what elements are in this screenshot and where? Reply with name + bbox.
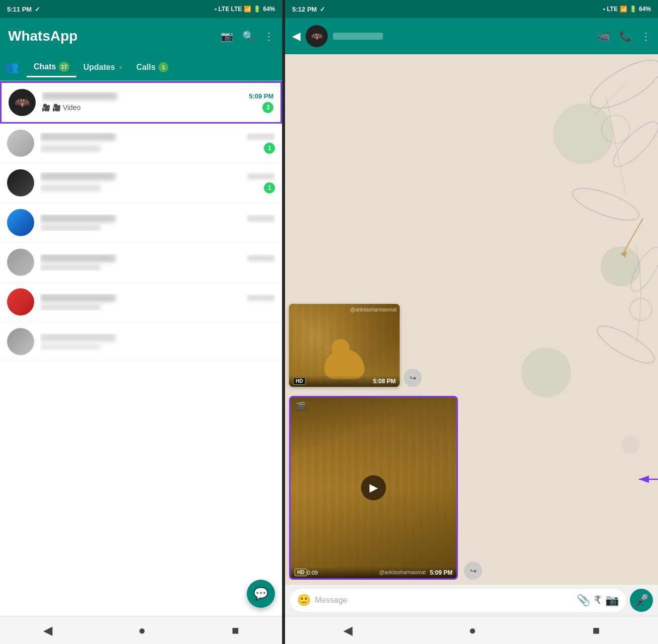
chat-preview-6 (40, 304, 101, 310)
chat-list: 🦇 5:09 PM 🎥 🎥 Video 3 (0, 81, 282, 616)
chat-preview-4 (40, 225, 101, 231)
chat-avatar-7 (7, 328, 34, 355)
msg-row-1: HD 5:08 PM @ankitasharmaomat ↪ (289, 304, 654, 387)
chat-avatar-1: 🦇 (9, 89, 36, 116)
chat-avatar-5 (7, 249, 34, 276)
forward-btn-1[interactable]: ↪ (404, 369, 422, 387)
left-wifi-icon: 📶 (244, 6, 251, 13)
chat-preview-5 (40, 264, 101, 271)
svg-marker-12 (620, 251, 627, 258)
chat-time-2 (247, 134, 275, 140)
attach-icon[interactable]: 📎 (577, 594, 590, 607)
chat-content-7 (40, 334, 275, 350)
video-timestamp-1: 5:08 PM (373, 378, 396, 385)
video-timestamp-2: 5:09 PM (430, 569, 452, 576)
tabs-bar: 👥 Chats 17 Updates • Calls 1 (0, 54, 282, 81)
chat-header-right-icons: 📹 📞 ⋮ (598, 30, 651, 42)
left-time: 5:11 PM (7, 6, 32, 13)
video-call-icon[interactable]: 📹 (598, 30, 610, 42)
chat-unread-2: 1 (264, 143, 275, 154)
wa-header: WhatsApp 📷 🔍 ⋮ (0, 18, 282, 54)
play-button[interactable]: ▶ (361, 475, 386, 500)
svg-line-1 (596, 84, 626, 114)
chat-item-3[interactable]: 1 (0, 163, 282, 203)
emoji-icon[interactable]: 🙂 (297, 594, 311, 607)
hd-badge-1: HD (293, 377, 305, 385)
chat-name-6 (40, 294, 116, 302)
chat-header-right: ◀ 🦇 📹 📞 ⋮ (285, 18, 658, 54)
community-tab-icon[interactable]: 👥 (5, 61, 19, 74)
more-options-right-icon[interactable]: ⋮ (641, 30, 651, 42)
message-input-container: 🙂 Message 📎 ₹ 📷 (290, 589, 626, 612)
chat-content-5 (40, 254, 275, 271)
chat-time-3 (247, 173, 275, 179)
chat-item-4[interactable] (0, 203, 282, 243)
back-button[interactable]: ◀ (292, 30, 301, 43)
new-chat-fab[interactable]: 💬 (247, 580, 275, 608)
video-frame-1 (289, 304, 400, 387)
more-options-icon[interactable]: ⋮ (264, 30, 274, 42)
chat-time-5 (247, 255, 275, 261)
left-status-left: 5:11 PM ✓ (7, 6, 40, 13)
left-signal-icon: ▪ LTE LTE (215, 6, 242, 13)
chat-item-7[interactable] (0, 322, 282, 362)
nav-recent-btn[interactable]: ■ (232, 623, 239, 637)
chat-unread-3: 1 (264, 182, 275, 193)
chat-preview-row-3: 1 (40, 182, 275, 193)
chat-preview-text-1: 🎥 Video (52, 103, 80, 112)
chat-avatar-4 (7, 209, 34, 236)
chat-preview-row-7 (40, 344, 275, 350)
svg-point-2 (608, 116, 658, 173)
tab-updates-label: Updates (83, 63, 115, 72)
phone-call-icon[interactable]: 📞 (619, 30, 632, 42)
svg-line-11 (623, 219, 643, 254)
nav-back-btn[interactable]: ◀ (43, 623, 52, 637)
chat-item-2[interactable]: 1 (0, 124, 282, 163)
chat-preview-row-5 (40, 264, 275, 271)
chat-item-6[interactable] (0, 282, 282, 322)
tab-updates[interactable]: Updates • (76, 58, 129, 77)
camera-icon[interactable]: 📷 (221, 30, 233, 42)
right-check-icon: ✓ (320, 6, 325, 13)
chat-content-4 (40, 214, 275, 231)
right-phone: 5:12 PM ✓ ▪ LTE 📶 🔋 64% ◀ 🦇 📹 📞 ⋮ (285, 0, 658, 644)
video-icon: 🎥 (42, 103, 50, 112)
right-nav-bar: ◀ ● ■ (285, 616, 658, 644)
tab-calls-badge: 1 (158, 62, 168, 72)
rupee-icon[interactable]: ₹ (594, 594, 601, 607)
video-bubble-2[interactable]: 🎬 ▶ HD 0:09 @ankitasharmaomat 5:09 PM (291, 397, 456, 578)
chat-preview-row-2: 1 (40, 143, 275, 154)
chat-header-6 (40, 294, 275, 302)
chat-preview-1: 🎥 🎥 Video (42, 103, 80, 112)
tan-arrow-annotation (608, 213, 648, 264)
chat-name-5 (40, 254, 116, 262)
purple-arrow-svg (634, 469, 658, 489)
forward-btn-2[interactable]: ↪ (464, 562, 482, 580)
camera-input-icon[interactable]: 📷 (605, 594, 619, 607)
video-bubble-1[interactable]: HD 5:08 PM @ankitasharmaomat (289, 304, 400, 387)
right-nav-home-btn[interactable]: ● (469, 623, 477, 637)
chat-item-5[interactable] (0, 243, 282, 282)
right-nav-back-btn[interactable]: ◀ (343, 623, 352, 637)
mic-button[interactable]: 🎤 (630, 589, 653, 612)
video-frame-2: 🎬 ▶ (291, 397, 456, 578)
svg-point-6 (602, 115, 630, 143)
chat-avatar-6 (7, 288, 34, 315)
right-wifi-icon: 📶 (620, 6, 627, 13)
chat-item-1[interactable]: 🦇 5:09 PM 🎥 🎥 Video 3 (0, 81, 282, 124)
chat-header-4 (40, 214, 275, 223)
right-nav-recent-btn[interactable]: ■ (593, 623, 600, 637)
search-icon[interactable]: 🔍 (242, 30, 255, 42)
contact-name (333, 33, 383, 40)
chat-header-1: 5:09 PM (42, 92, 273, 100)
tab-chats-label: Chats (34, 62, 56, 71)
video-duration-2: 0:09 (307, 570, 318, 576)
message-input-placeholder[interactable]: Message (315, 596, 573, 605)
video-highlight-container: 🎬 ▶ HD 0:09 @ankitasharmaomat 5:09 PM (289, 396, 458, 580)
nav-home-btn[interactable]: ● (138, 623, 146, 637)
tab-calls[interactable]: Calls 1 (129, 58, 175, 76)
chat-header-5 (40, 254, 275, 262)
tab-chats[interactable]: Chats 17 (27, 58, 76, 77)
contact-avatar[interactable]: 🦇 (306, 25, 328, 47)
chat-preview-row-1: 🎥 🎥 Video 3 (42, 102, 273, 113)
